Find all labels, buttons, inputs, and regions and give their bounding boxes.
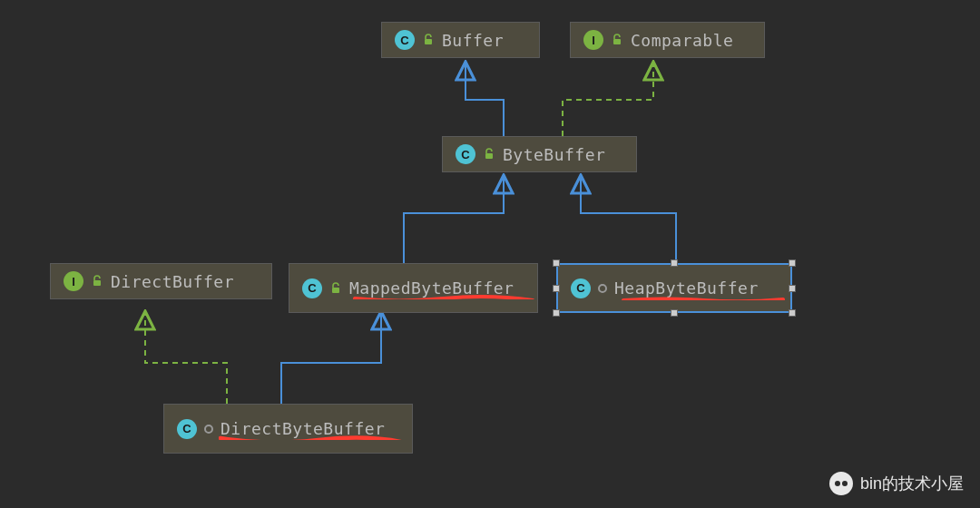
svg-rect-1 — [613, 39, 621, 44]
class-icon: C — [571, 278, 591, 298]
selection-handle[interactable] — [553, 259, 560, 267]
node-bytebuffer[interactable]: C ByteBuffer — [442, 136, 637, 172]
watermark: bin的技术小屋 — [829, 472, 964, 495]
svg-rect-2 — [485, 153, 493, 159]
node-mappedbytebuffer[interactable]: C MappedByteBuffer — [289, 263, 538, 313]
interface-icon: I — [583, 30, 603, 50]
watermark-text: bin的技术小屋 — [860, 473, 964, 494]
selection-handle[interactable] — [553, 309, 560, 317]
selection-handle[interactable] — [789, 309, 796, 317]
diagram-connectors — [0, 0, 980, 508]
lock-open-icon — [91, 275, 103, 288]
node-label: MappedByteBuffer — [349, 278, 514, 298]
node-directbuffer[interactable]: I DirectBuffer — [50, 263, 272, 299]
selection-handle[interactable] — [671, 259, 678, 267]
node-heapbytebuffer[interactable]: C HeapByteBuffer — [556, 263, 792, 313]
selection-handle[interactable] — [553, 285, 560, 292]
node-comparable[interactable]: I Comparable — [570, 22, 765, 58]
selection-handle[interactable] — [789, 259, 796, 267]
node-label: ByteBuffer — [503, 145, 605, 164]
svg-rect-3 — [93, 280, 101, 286]
class-icon: C — [456, 144, 475, 164]
lock-open-icon — [329, 282, 342, 295]
package-private-icon — [598, 284, 607, 293]
svg-rect-4 — [332, 288, 339, 293]
node-directbytebuffer[interactable]: C DirectByteBuffer — [163, 404, 413, 454]
svg-rect-0 — [425, 39, 432, 44]
selection-handle[interactable] — [671, 309, 678, 317]
node-label: HeapByteBuffer — [614, 278, 759, 298]
class-icon: C — [177, 419, 197, 439]
node-buffer[interactable]: C Buffer — [381, 22, 540, 58]
selection-handle[interactable] — [789, 285, 796, 292]
node-label: Comparable — [631, 31, 733, 50]
lock-open-icon — [483, 148, 495, 161]
node-label: DirectBuffer — [111, 272, 234, 291]
class-icon: C — [302, 278, 322, 298]
wechat-icon — [829, 472, 853, 495]
node-label: Buffer — [442, 31, 504, 50]
interface-icon: I — [64, 271, 83, 291]
lock-open-icon — [422, 34, 435, 46]
class-icon: C — [395, 30, 415, 50]
package-private-icon — [204, 425, 213, 434]
lock-open-icon — [611, 34, 623, 46]
node-label: DirectByteBuffer — [220, 419, 385, 438]
